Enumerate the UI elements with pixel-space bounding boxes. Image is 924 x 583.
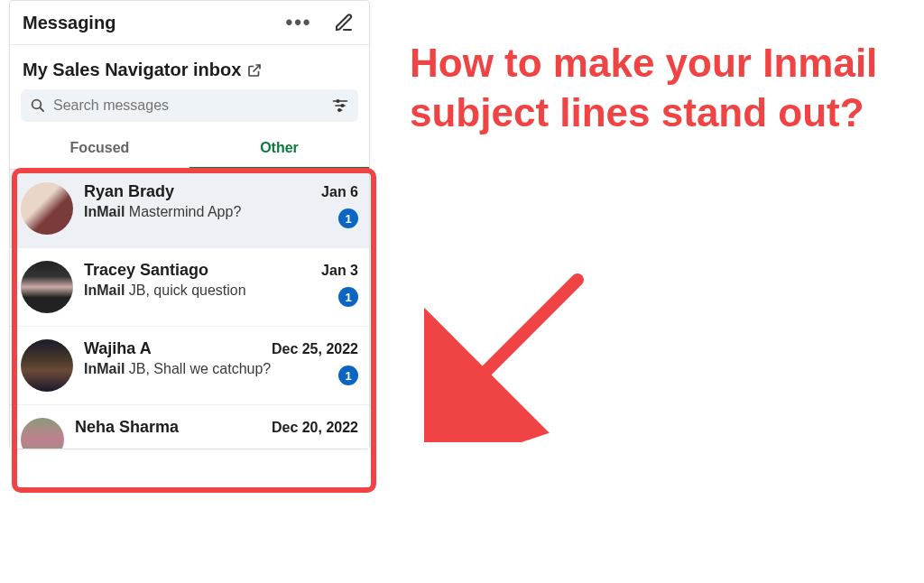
svg-point-1 — [337, 100, 339, 103]
ellipsis-icon: ••• — [285, 13, 311, 32]
message-body: Wajiha A Dec 25, 2022 InMail JB, Shall w… — [84, 339, 358, 392]
message-date: Dec 25, 2022 — [272, 341, 358, 357]
inbox-subheader-link[interactable]: My Sales Navigator inbox — [10, 45, 369, 89]
sender-name: Ryan Brady — [84, 182, 174, 201]
svg-point-3 — [338, 109, 341, 112]
search-box[interactable] — [21, 89, 358, 122]
message-item[interactable]: Neha Sharma Dec 20, 2022 — [10, 405, 369, 449]
message-item[interactable]: Tracey Santiago Jan 3 InMail JB, quick q… — [10, 248, 369, 327]
avatar — [21, 261, 73, 313]
compose-button[interactable] — [331, 10, 356, 35]
panel-header: Messaging ••• — [10, 1, 369, 45]
tabs: Focused Other — [10, 131, 369, 170]
unread-badge: 1 — [338, 287, 358, 307]
subject-text: JB, Shall we catchup? — [129, 361, 271, 376]
message-body: Ryan Brady Jan 6 InMail Mastermind App? … — [84, 182, 358, 235]
avatar — [21, 418, 64, 449]
badge-wrap: 1 — [338, 282, 358, 307]
more-options-button[interactable]: ••• — [286, 10, 311, 35]
message-date: Jan 6 — [321, 184, 358, 200]
tab-focused[interactable]: Focused — [10, 131, 189, 169]
sender-name: Tracey Santiago — [84, 261, 208, 280]
panel-title: Messaging — [23, 13, 116, 33]
unread-badge: 1 — [338, 366, 358, 385]
search-input[interactable] — [53, 97, 324, 114]
message-list: Ryan Brady Jan 6 InMail Mastermind App? … — [10, 170, 369, 449]
unread-badge: 1 — [338, 208, 358, 228]
inbox-subheader-label: My Sales Navigator inbox — [23, 60, 241, 80]
avatar — [21, 182, 73, 235]
sender-name: Neha Sharma — [75, 418, 179, 437]
subject-text: Mastermind App? — [129, 204, 242, 219]
message-item[interactable]: Wajiha A Dec 25, 2022 InMail JB, Shall w… — [10, 327, 369, 405]
message-date: Dec 20, 2022 — [272, 420, 358, 436]
search-row — [10, 89, 369, 131]
svg-point-2 — [341, 105, 344, 107]
search-icon — [30, 97, 46, 114]
subject-text: JB, quick question — [129, 282, 246, 298]
inmail-tag: InMail — [84, 282, 125, 298]
annotation-callout-text: How to make your Inmail subject lines st… — [410, 38, 924, 137]
messaging-panel: Messaging ••• My Sales Navigator inbox — [9, 0, 370, 449]
filter-icon[interactable] — [331, 97, 349, 115]
message-item[interactable]: Ryan Brady Jan 6 InMail Mastermind App? … — [10, 170, 369, 248]
message-date: Jan 3 — [321, 263, 358, 279]
compose-icon — [333, 12, 355, 33]
inmail-tag: InMail — [84, 361, 125, 376]
message-body: Neha Sharma Dec 20, 2022 — [75, 418, 358, 449]
svg-line-5 — [451, 280, 578, 406]
sender-name: Wajiha A — [84, 339, 152, 358]
message-preview: InMail Mastermind App? — [84, 203, 241, 222]
badge-wrap: 1 — [338, 360, 358, 385]
message-preview: InMail JB, Shall we catchup? — [84, 360, 271, 379]
tab-other[interactable]: Other — [189, 131, 369, 169]
badge-wrap: 1 — [338, 203, 358, 228]
message-preview: InMail JB, quick question — [84, 282, 246, 301]
external-link-icon — [246, 62, 263, 79]
panel-header-actions: ••• — [286, 10, 356, 35]
inmail-tag: InMail — [84, 204, 125, 219]
message-body: Tracey Santiago Jan 3 InMail JB, quick q… — [84, 261, 358, 313]
avatar — [21, 339, 73, 392]
annotation-arrow-icon — [424, 262, 605, 442]
